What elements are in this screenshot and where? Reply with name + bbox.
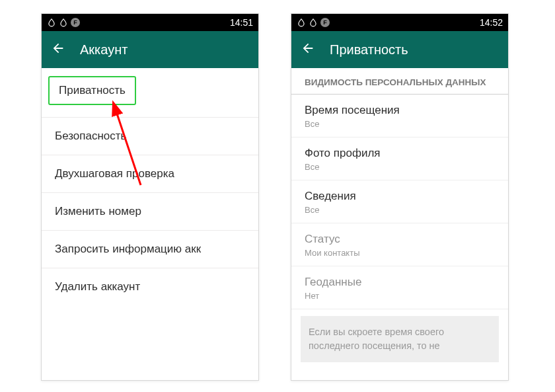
page-title: Приватность: [330, 42, 408, 58]
clock: 14:52: [480, 17, 503, 28]
setting-row[interactable]: Время посещенияВсе: [291, 95, 508, 137]
notification-badge-icon: F: [71, 18, 80, 27]
menu-item-label: Двухшаговая проверка: [55, 167, 174, 180]
setting-value: Все: [305, 162, 495, 172]
menu-item-privacy[interactable]: Приватность: [48, 76, 136, 105]
setting-value: Нет: [305, 291, 495, 301]
setting-row[interactable]: ГеоданныеНет: [291, 266, 508, 309]
setting-row[interactable]: Фото профиляВсе: [291, 137, 508, 180]
menu-item-label: Удалить аккаунт: [55, 280, 140, 293]
setting-value: Все: [305, 119, 495, 129]
menu-item[interactable]: Запросить информацию акк: [42, 231, 258, 268]
menu-item-label: Запросить информацию акк: [55, 243, 201, 255]
setting-value: Мои контакты: [305, 248, 495, 258]
menu-item-label: Изменить номер: [55, 205, 141, 217]
setting-title: Фото профиля: [305, 147, 495, 160]
menu-item[interactable]: Изменить номер: [42, 193, 258, 231]
page-title: Аккаунт: [80, 42, 128, 58]
app-bar: Приватность: [291, 31, 508, 68]
hint-text: Если вы скроете время своего последнего …: [301, 316, 499, 362]
menu-item-label: Приватность: [59, 84, 126, 97]
notification-icon: [47, 18, 56, 27]
setting-title: Статус: [305, 233, 495, 246]
account-menu: Приватность БезопасностьДвухшаговая пров…: [42, 68, 258, 305]
menu-item[interactable]: Удалить аккаунт: [42, 268, 258, 305]
menu-item-label: Безопасность: [55, 130, 126, 142]
status-bar: F 14:51: [42, 14, 258, 31]
menu-item[interactable]: Безопасность: [42, 118, 258, 155]
app-bar: Аккаунт: [42, 31, 258, 68]
setting-row[interactable]: СведенияВсе: [291, 180, 508, 223]
setting-title: Геоданные: [305, 276, 495, 289]
back-icon[interactable]: [301, 41, 315, 58]
setting-title: Время посещения: [305, 104, 495, 117]
setting-title: Сведения: [305, 190, 495, 203]
clock: 14:51: [230, 17, 253, 28]
setting-row[interactable]: СтатусМои контакты: [291, 223, 508, 266]
menu-item[interactable]: Двухшаговая проверка: [42, 155, 258, 193]
status-bar: F 14:52: [291, 14, 508, 31]
privacy-settings: ВИДИМОСТЬ ПЕРСОНАЛЬНЫХ ДАННЫХ Время посе…: [291, 68, 508, 362]
setting-value: Все: [305, 205, 495, 215]
back-icon[interactable]: [51, 41, 65, 58]
section-header: ВИДИМОСТЬ ПЕРСОНАЛЬНЫХ ДАННЫХ: [291, 68, 508, 95]
phone-account-screen: F 14:51 Аккаунт Приватность Безопасность…: [41, 13, 259, 381]
notification-icon: [297, 18, 306, 27]
notification-icon: [59, 18, 68, 27]
phone-privacy-screen: F 14:52 Приватность ВИДИМОСТЬ ПЕРСОНАЛЬН…: [291, 13, 509, 381]
notification-icon: [309, 18, 318, 27]
notification-badge-icon: F: [320, 18, 330, 27]
